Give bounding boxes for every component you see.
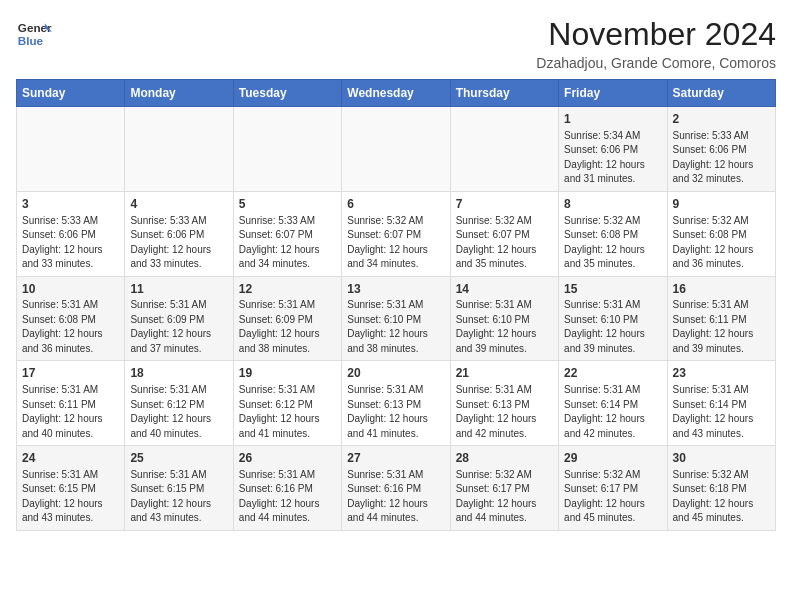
day-cell: 25Sunrise: 5:31 AM Sunset: 6:15 PM Dayli… — [125, 446, 233, 531]
day-info: Sunrise: 5:31 AM Sunset: 6:10 PM Dayligh… — [564, 298, 661, 356]
day-cell: 3Sunrise: 5:33 AM Sunset: 6:06 PM Daylig… — [17, 191, 125, 276]
day-number: 18 — [130, 365, 227, 382]
day-number: 13 — [347, 281, 444, 298]
day-number: 4 — [130, 196, 227, 213]
day-number: 26 — [239, 450, 336, 467]
day-info: Sunrise: 5:31 AM Sunset: 6:16 PM Dayligh… — [239, 468, 336, 526]
day-number: 27 — [347, 450, 444, 467]
calendar-table: SundayMondayTuesdayWednesdayThursdayFrid… — [16, 79, 776, 531]
day-number: 28 — [456, 450, 553, 467]
day-number: 21 — [456, 365, 553, 382]
day-info: Sunrise: 5:31 AM Sunset: 6:11 PM Dayligh… — [673, 298, 770, 356]
day-cell: 4Sunrise: 5:33 AM Sunset: 6:06 PM Daylig… — [125, 191, 233, 276]
day-number: 23 — [673, 365, 770, 382]
day-info: Sunrise: 5:31 AM Sunset: 6:09 PM Dayligh… — [239, 298, 336, 356]
weekday-header-saturday: Saturday — [667, 80, 775, 107]
day-number: 17 — [22, 365, 119, 382]
day-number: 6 — [347, 196, 444, 213]
day-cell: 13Sunrise: 5:31 AM Sunset: 6:10 PM Dayli… — [342, 276, 450, 361]
day-cell: 22Sunrise: 5:31 AM Sunset: 6:14 PM Dayli… — [559, 361, 667, 446]
day-info: Sunrise: 5:32 AM Sunset: 6:07 PM Dayligh… — [456, 214, 553, 272]
day-info: Sunrise: 5:31 AM Sunset: 6:10 PM Dayligh… — [347, 298, 444, 356]
day-number: 10 — [22, 281, 119, 298]
svg-text:Blue: Blue — [18, 34, 44, 47]
day-info: Sunrise: 5:34 AM Sunset: 6:06 PM Dayligh… — [564, 129, 661, 187]
day-cell: 5Sunrise: 5:33 AM Sunset: 6:07 PM Daylig… — [233, 191, 341, 276]
week-row-4: 17Sunrise: 5:31 AM Sunset: 6:11 PM Dayli… — [17, 361, 776, 446]
day-cell: 7Sunrise: 5:32 AM Sunset: 6:07 PM Daylig… — [450, 191, 558, 276]
day-info: Sunrise: 5:33 AM Sunset: 6:06 PM Dayligh… — [22, 214, 119, 272]
day-number: 3 — [22, 196, 119, 213]
day-cell — [17, 107, 125, 192]
day-cell: 29Sunrise: 5:32 AM Sunset: 6:17 PM Dayli… — [559, 446, 667, 531]
day-cell: 27Sunrise: 5:31 AM Sunset: 6:16 PM Dayli… — [342, 446, 450, 531]
week-row-3: 10Sunrise: 5:31 AM Sunset: 6:08 PM Dayli… — [17, 276, 776, 361]
day-number: 30 — [673, 450, 770, 467]
weekday-header-row: SundayMondayTuesdayWednesdayThursdayFrid… — [17, 80, 776, 107]
day-number: 22 — [564, 365, 661, 382]
day-info: Sunrise: 5:32 AM Sunset: 6:17 PM Dayligh… — [456, 468, 553, 526]
day-number: 25 — [130, 450, 227, 467]
location-title: Dzahadjou, Grande Comore, Comoros — [536, 55, 776, 71]
day-cell: 28Sunrise: 5:32 AM Sunset: 6:17 PM Dayli… — [450, 446, 558, 531]
day-cell: 12Sunrise: 5:31 AM Sunset: 6:09 PM Dayli… — [233, 276, 341, 361]
day-number: 8 — [564, 196, 661, 213]
day-cell: 19Sunrise: 5:31 AM Sunset: 6:12 PM Dayli… — [233, 361, 341, 446]
day-info: Sunrise: 5:31 AM Sunset: 6:11 PM Dayligh… — [22, 383, 119, 441]
day-cell — [125, 107, 233, 192]
day-cell: 21Sunrise: 5:31 AM Sunset: 6:13 PM Dayli… — [450, 361, 558, 446]
day-info: Sunrise: 5:31 AM Sunset: 6:16 PM Dayligh… — [347, 468, 444, 526]
day-info: Sunrise: 5:31 AM Sunset: 6:12 PM Dayligh… — [239, 383, 336, 441]
day-info: Sunrise: 5:32 AM Sunset: 6:07 PM Dayligh… — [347, 214, 444, 272]
week-row-5: 24Sunrise: 5:31 AM Sunset: 6:15 PM Dayli… — [17, 446, 776, 531]
day-cell — [233, 107, 341, 192]
day-number: 20 — [347, 365, 444, 382]
weekday-header-monday: Monday — [125, 80, 233, 107]
day-number: 29 — [564, 450, 661, 467]
week-row-2: 3Sunrise: 5:33 AM Sunset: 6:06 PM Daylig… — [17, 191, 776, 276]
day-number: 11 — [130, 281, 227, 298]
day-cell: 14Sunrise: 5:31 AM Sunset: 6:10 PM Dayli… — [450, 276, 558, 361]
day-number: 5 — [239, 196, 336, 213]
day-cell: 11Sunrise: 5:31 AM Sunset: 6:09 PM Dayli… — [125, 276, 233, 361]
day-info: Sunrise: 5:31 AM Sunset: 6:15 PM Dayligh… — [130, 468, 227, 526]
day-info: Sunrise: 5:31 AM Sunset: 6:08 PM Dayligh… — [22, 298, 119, 356]
day-cell: 1Sunrise: 5:34 AM Sunset: 6:06 PM Daylig… — [559, 107, 667, 192]
day-cell: 20Sunrise: 5:31 AM Sunset: 6:13 PM Dayli… — [342, 361, 450, 446]
weekday-header-wednesday: Wednesday — [342, 80, 450, 107]
day-cell: 15Sunrise: 5:31 AM Sunset: 6:10 PM Dayli… — [559, 276, 667, 361]
day-cell: 2Sunrise: 5:33 AM Sunset: 6:06 PM Daylig… — [667, 107, 775, 192]
day-number: 19 — [239, 365, 336, 382]
day-cell: 24Sunrise: 5:31 AM Sunset: 6:15 PM Dayli… — [17, 446, 125, 531]
day-info: Sunrise: 5:31 AM Sunset: 6:14 PM Dayligh… — [673, 383, 770, 441]
day-info: Sunrise: 5:31 AM Sunset: 6:15 PM Dayligh… — [22, 468, 119, 526]
weekday-header-thursday: Thursday — [450, 80, 558, 107]
day-info: Sunrise: 5:31 AM Sunset: 6:14 PM Dayligh… — [564, 383, 661, 441]
day-number: 12 — [239, 281, 336, 298]
day-cell: 18Sunrise: 5:31 AM Sunset: 6:12 PM Dayli… — [125, 361, 233, 446]
weekday-header-sunday: Sunday — [17, 80, 125, 107]
day-info: Sunrise: 5:31 AM Sunset: 6:09 PM Dayligh… — [130, 298, 227, 356]
day-info: Sunrise: 5:31 AM Sunset: 6:13 PM Dayligh… — [456, 383, 553, 441]
day-number: 2 — [673, 111, 770, 128]
day-info: Sunrise: 5:33 AM Sunset: 6:07 PM Dayligh… — [239, 214, 336, 272]
day-info: Sunrise: 5:33 AM Sunset: 6:06 PM Dayligh… — [673, 129, 770, 187]
day-info: Sunrise: 5:31 AM Sunset: 6:13 PM Dayligh… — [347, 383, 444, 441]
day-cell — [450, 107, 558, 192]
week-row-1: 1Sunrise: 5:34 AM Sunset: 6:06 PM Daylig… — [17, 107, 776, 192]
logo-icon: General Blue — [16, 16, 52, 52]
weekday-header-tuesday: Tuesday — [233, 80, 341, 107]
title-block: November 2024 Dzahadjou, Grande Comore, … — [536, 16, 776, 71]
day-cell: 10Sunrise: 5:31 AM Sunset: 6:08 PM Dayli… — [17, 276, 125, 361]
day-number: 1 — [564, 111, 661, 128]
day-info: Sunrise: 5:32 AM Sunset: 6:08 PM Dayligh… — [673, 214, 770, 272]
day-cell: 26Sunrise: 5:31 AM Sunset: 6:16 PM Dayli… — [233, 446, 341, 531]
day-number: 7 — [456, 196, 553, 213]
day-number: 15 — [564, 281, 661, 298]
day-info: Sunrise: 5:32 AM Sunset: 6:08 PM Dayligh… — [564, 214, 661, 272]
day-cell: 16Sunrise: 5:31 AM Sunset: 6:11 PM Dayli… — [667, 276, 775, 361]
day-cell: 23Sunrise: 5:31 AM Sunset: 6:14 PM Dayli… — [667, 361, 775, 446]
weekday-header-friday: Friday — [559, 80, 667, 107]
day-cell: 9Sunrise: 5:32 AM Sunset: 6:08 PM Daylig… — [667, 191, 775, 276]
day-number: 16 — [673, 281, 770, 298]
